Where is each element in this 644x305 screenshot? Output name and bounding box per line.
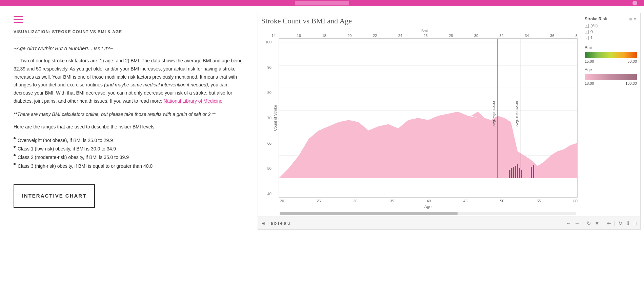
list-item-3-text: Class 2 (moderate-risk) obesity, if BMI … <box>18 153 129 162</box>
filter-all-row[interactable]: ✓ (All) <box>585 23 637 28</box>
x-tick: 60 <box>573 199 578 203</box>
chart-wrapper: Stroke Count vs BMI and Age Bmi 14 16 18… <box>258 13 641 230</box>
y-axis-label-container: Count of Stroke <box>273 38 279 198</box>
bmi-tick: 20 <box>347 34 351 38</box>
bmi-legend-title: Bmi <box>585 45 637 50</box>
bmi-tick: 36 <box>550 34 554 38</box>
x-tick: 55 <box>537 199 541 203</box>
filter-all-checkbox[interactable]: ✓ <box>585 24 589 28</box>
interactive-chart-button[interactable]: INTERACTIVE CHART <box>14 184 95 208</box>
list-item-1-text: Overweight (not obese), if BMI is 25.0 t… <box>18 136 113 145</box>
bmi-axis-container: Bmi 14 16 18 20 22 24 26 28 30 32 <box>261 29 578 38</box>
list-item: Class 1 (low-risk) obesity, if BMI is 30… <box>14 145 244 153</box>
para1-italic: (and maybe some medical intervention if … <box>104 82 208 87</box>
y-axis-label: Count of Stroke <box>273 102 279 134</box>
scrollbar-thumb[interactable] <box>280 212 458 215</box>
nav-back-icon[interactable]: ← <box>566 220 571 226</box>
bar-8 <box>531 167 532 178</box>
filter-icon[interactable]: ⊞ <box>629 17 632 21</box>
filter-0-row[interactable]: ✓ 0 <box>585 29 637 34</box>
hamburger-line-3 <box>14 22 23 23</box>
chart-scrollbar[interactable] <box>280 212 576 215</box>
top-bar-center-element <box>295 1 349 5</box>
divider <box>14 38 41 38</box>
bmi-tick: 32 <box>500 34 504 38</box>
bmi-tick: 22 <box>373 34 377 38</box>
nav-home-icon[interactable]: ⇤ <box>607 220 611 226</box>
area-chart-fill <box>279 112 577 178</box>
bmi-tick: 18 <box>322 34 326 38</box>
bmi-tick: 24 <box>398 34 402 38</box>
bullet-4 <box>14 163 16 165</box>
nav-separator <box>583 221 583 226</box>
nav-refresh-icon[interactable]: ↻ <box>587 220 591 226</box>
nav-download-icon[interactable]: ⇓ <box>626 220 630 226</box>
avg-bmi-text: Avg. BMI 32.39 <box>515 101 519 126</box>
bar-6 <box>519 168 520 178</box>
bmi-tick: 26 <box>423 34 427 38</box>
bmi-tick: 28 <box>449 34 453 38</box>
chart-sidebar: Stroke Risk ⊞ ▼ ✓ (All) ✓ 0 <box>581 13 640 217</box>
chart-plot[interactable]: Avg. Age 50.00 Avg. BMI 32.39 <box>279 38 578 198</box>
hamburger-menu[interactable] <box>14 16 24 23</box>
filter-0-checkbox[interactable]: ✓ <box>585 30 589 34</box>
y-tick: 40 <box>267 192 271 196</box>
nlm-link[interactable]: National Library of Medicine <box>164 98 223 104</box>
bmi-list: Overweight (not obese), if BMI is 25.0 t… <box>14 136 244 170</box>
bar-9 <box>533 165 534 178</box>
nav-dropdown-icon[interactable]: ▼ <box>595 220 600 226</box>
nav-forward-icon[interactable]: → <box>575 220 580 226</box>
x-tick: 25 <box>317 199 321 203</box>
y-tick: 100 <box>265 40 271 44</box>
tableau-logo-text: + a b l e a u <box>267 221 290 226</box>
content-area: VISUALIZATION: STROKE COUNT VS BMI & AGE… <box>0 6 644 305</box>
x-tick: 45 <box>463 199 467 203</box>
nav-separator <box>615 221 615 226</box>
filter-1-checkbox[interactable]: ✓ <box>585 36 589 40</box>
age-min: 18.00 <box>585 81 594 85</box>
chart-main-area: Stroke Count vs BMI and Age Bmi 14 16 18… <box>258 13 640 217</box>
bar-4 <box>515 166 516 178</box>
chart-title: Stroke Count vs BMI and Age <box>261 17 578 25</box>
bar-2 <box>511 168 512 178</box>
top-bar-circle <box>632 1 637 5</box>
x-tick: 35 <box>390 199 394 203</box>
y-tick: 90 <box>267 65 271 69</box>
tableau-logo: ⊞ + a b l e a u <box>261 221 290 226</box>
bar-3 <box>513 167 514 178</box>
chart-content: Stroke Count vs BMI and Age Bmi 14 16 18… <box>258 13 581 217</box>
x-tick: 20 <box>280 199 284 203</box>
y-tick: 60 <box>267 141 271 145</box>
y-tick: 50 <box>267 166 271 170</box>
nav-fullscreen-icon[interactable]: □ <box>634 220 637 226</box>
hamburger-line-1 <box>14 16 23 17</box>
list-item-2-text: Class 1 (low-risk) obesity, if BMI is 30… <box>18 145 116 153</box>
list-item: Overweight (not obese), if BMI is 25.0 t… <box>14 136 244 145</box>
y-axis-ticks: 100 90 80 70 60 50 40 <box>261 38 273 198</box>
stroke-risk-title: Stroke Risk <box>585 17 607 21</box>
bmi-tick: 16 <box>297 34 301 38</box>
sort-icon[interactable]: ▼ <box>633 17 637 21</box>
filter-all-label: (All) <box>590 23 598 28</box>
bmi-ticks: 14 16 18 20 22 24 26 28 30 32 34 36 <box>271 34 578 38</box>
list-item: Class 2 (moderate-risk) obesity, if BMI … <box>14 153 244 162</box>
age-max: 100.00 <box>625 81 637 85</box>
bmi-tick: 34 <box>525 34 529 38</box>
chart-body: 100 90 80 70 60 50 40 Count of Stroke <box>261 38 578 198</box>
bmi-max: 50.00 <box>627 59 637 63</box>
age-legend-range: 18.00 100.00 <box>585 81 637 85</box>
tableau-toolbar: ⊞ + a b l e a u ← → ↻ ▼ ⇤ ↻ ⇓ □ <box>258 217 640 229</box>
viz-label: VISUALIZATION: STROKE COUNT VS BMI & AGE <box>14 29 244 34</box>
filter-1-row[interactable]: ✓ 1 <box>585 36 637 40</box>
nav-share-icon[interactable]: ↻ <box>618 220 623 226</box>
x-tick: 40 <box>427 199 431 203</box>
top-bar <box>0 0 644 6</box>
stroke-risk-label: Stroke Risk ⊞ ▼ <box>585 17 637 21</box>
bar-5 <box>517 164 518 178</box>
bmi-tick: 14 <box>271 34 276 38</box>
age-legend: Age 18.00 100.00 <box>585 67 637 85</box>
bmi-tick: 3 <box>576 34 578 38</box>
bar-1 <box>509 170 510 178</box>
bullet-1 <box>14 137 16 139</box>
bmi-legend-range: 15.00 50.00 <box>585 59 637 63</box>
